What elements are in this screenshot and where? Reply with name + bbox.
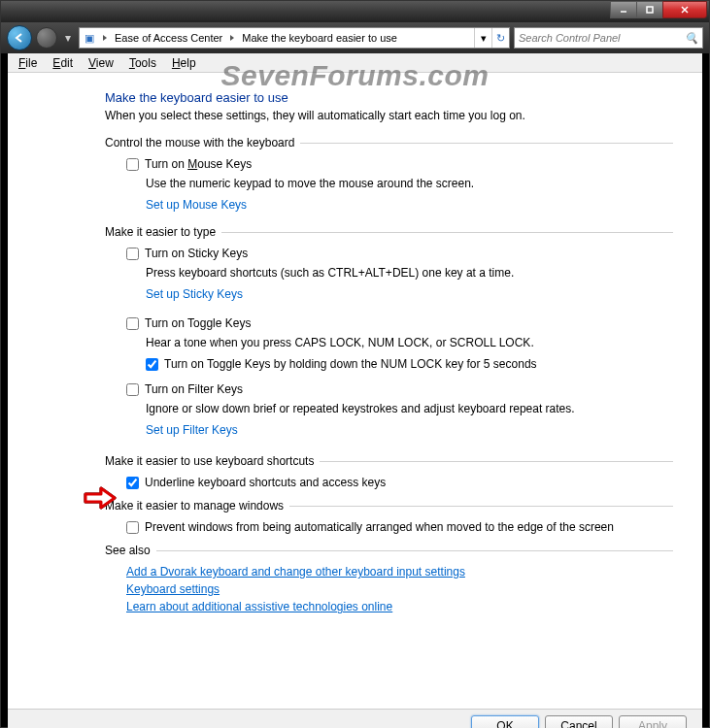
section-type-heading: Make it easier to type: [105, 225, 673, 239]
menu-tools[interactable]: Tools: [122, 55, 163, 71]
toggle-numlock-checkbox[interactable]: [146, 358, 158, 371]
ok-button[interactable]: OK: [471, 715, 539, 728]
search-input[interactable]: Search Control Panel 🔍: [514, 27, 703, 49]
toggle-checkbox[interactable]: [126, 317, 139, 330]
prevent-arrange-label: Prevent windows from being automatically…: [145, 520, 614, 534]
filter-setup-link[interactable]: Set up Filter Keys: [146, 423, 238, 437]
toggle-label: Turn on Toggle Keys: [145, 316, 251, 330]
filter-checkbox[interactable]: [126, 383, 139, 396]
forward-button[interactable]: [36, 27, 57, 49]
window-frame: ▾ ▣ Ease of Access Center Make the keybo…: [0, 0, 710, 728]
toggle-numlock-label: Turn on Toggle Keys by holding down the …: [164, 357, 537, 371]
cancel-button[interactable]: Cancel: [545, 715, 613, 728]
seealso-keyboard-link[interactable]: Keyboard settings: [126, 582, 220, 596]
menu-file[interactable]: File: [12, 55, 44, 71]
minimize-button[interactable]: [610, 1, 637, 18]
refresh-button[interactable]: ↻: [491, 28, 509, 48]
filter-desc: Ignore or slow down brief or repeated ke…: [146, 402, 673, 415]
breadcrumb-dropdown[interactable]: ▾: [474, 28, 491, 48]
seealso-assistive-link[interactable]: Learn about additional assistive technol…: [126, 600, 392, 613]
apply-button[interactable]: Apply: [619, 715, 687, 728]
control-panel-icon: ▣: [80, 32, 99, 45]
menu-bar: File Edit View Tools Help: [8, 53, 702, 73]
sticky-setup-link[interactable]: Set up Sticky Keys: [146, 287, 243, 301]
close-button[interactable]: [662, 1, 707, 18]
prevent-arrange-checkbox[interactable]: [126, 521, 139, 534]
breadcrumb-seg-2[interactable]: Make the keyboard easier to use: [238, 32, 401, 44]
seealso-dvorak-link[interactable]: Add a Dvorak keyboard and change other k…: [126, 565, 465, 579]
menu-view[interactable]: View: [82, 55, 120, 71]
search-icon: 🔍: [685, 32, 698, 45]
svg-rect-1: [647, 7, 653, 13]
section-shortcuts-heading: Make it easier to use keyboard shortcuts: [105, 454, 673, 468]
filter-label: Turn on Filter Keys: [145, 382, 243, 396]
section-windows-heading: Make it easier to manage windows: [105, 499, 673, 513]
mousekeys-setup-link[interactable]: Set up Mouse Keys: [146, 198, 247, 212]
maximize-button[interactable]: [636, 1, 663, 18]
button-bar: OK Cancel Apply: [8, 709, 702, 728]
breadcrumb-seg-1[interactable]: Ease of Access Center: [111, 32, 226, 44]
mousekeys-checkbox[interactable]: [126, 158, 139, 171]
breadcrumb[interactable]: ▣ Ease of Access Center Make the keyboar…: [79, 27, 510, 49]
section-seealso-heading: See also: [105, 544, 673, 557]
section-mouse-heading: Control the mouse with the keyboard: [105, 136, 673, 149]
nav-bar: ▾ ▣ Ease of Access Center Make the keybo…: [1, 22, 709, 53]
back-button[interactable]: [7, 25, 32, 50]
menu-edit[interactable]: Edit: [46, 55, 80, 71]
content-area: Make the keyboard easier to use When you…: [8, 73, 702, 709]
sticky-checkbox[interactable]: [126, 248, 139, 260]
page-title: Make the keyboard easier to use: [105, 90, 673, 105]
sticky-label: Turn on Sticky Keys: [145, 247, 248, 260]
underline-label: Underline keyboard shortcuts and access …: [145, 476, 386, 489]
title-bar: [1, 1, 709, 22]
page-subtitle: When you select these settings, they wil…: [105, 109, 673, 122]
sticky-desc: Press keyboard shortcuts (such as CTRL+A…: [146, 266, 673, 280]
underline-checkbox[interactable]: [126, 477, 139, 489]
mousekeys-desc: Use the numeric keypad to move the mouse…: [146, 177, 673, 190]
menu-help[interactable]: Help: [165, 55, 203, 71]
toggle-desc: Hear a tone when you press CAPS LOCK, NU…: [146, 336, 673, 349]
search-placeholder: Search Control Panel: [519, 32, 621, 44]
history-dropdown-icon[interactable]: ▾: [61, 31, 75, 45]
mousekeys-label: Turn on Mouse Keys: [145, 157, 252, 171]
arrow-annotation-icon: [84, 486, 117, 510]
